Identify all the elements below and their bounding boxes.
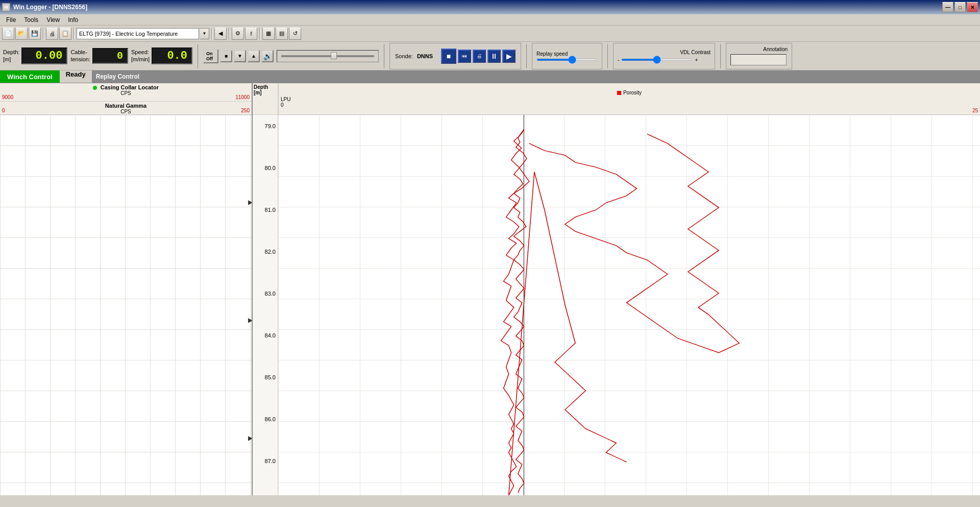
tool-dropdown[interactable]: ELTG [9739] - Electric Log Temperature [77, 28, 199, 39]
speed-thumb[interactable] [331, 52, 337, 59]
track1-unit: CPS [120, 90, 131, 96]
controls-divider-1 [198, 44, 198, 68]
arrow-marker-1: ▶ [248, 199, 252, 206]
controls-divider-2 [384, 44, 384, 68]
refresh-button[interactable]: ↺ [289, 28, 301, 40]
toolbar-separator-1 [43, 28, 44, 39]
controls-divider-4 [607, 44, 608, 68]
speed-label: Speed:[m/min] [131, 49, 150, 62]
chart-track-unit: LPU [281, 96, 290, 102]
chart-track-name: Porosity [623, 90, 642, 95]
function-button[interactable]: f [245, 28, 257, 40]
controls-row: Depth:[m] 0.00 Cable-tension: 0 Speed:[m… [0, 42, 980, 70]
up-button[interactable]: ▲ [248, 50, 260, 62]
save-button[interactable]: 💾 [29, 28, 41, 40]
controls-divider-5 [720, 44, 721, 68]
chart-area: 79.0 80.0 81.0 82.0 83.0 84.0 85.0 86.0 … [253, 115, 980, 495]
controls-divider-3 [526, 44, 527, 68]
titlebar: W Win Logger - [DNNS2656] — □ ✕ [0, 0, 980, 14]
copy-button[interactable]: 📋 [59, 28, 71, 40]
arrow-marker-3: ▶ [248, 434, 252, 442]
window-title: Win Logger - [DNNS2656] [13, 4, 87, 11]
toolbar: 📄 📂 💾 🖨 📋 ELTG [9739] - Electric Log Tem… [0, 26, 980, 42]
chart-canvas [278, 115, 980, 495]
arrow-marker-2: ▶ [248, 317, 252, 324]
status-area: Winch Control Ready Replay Control [0, 70, 980, 83]
maximize-button[interactable]: □ [954, 2, 966, 12]
winch-control-button[interactable]: Winch Control [0, 70, 60, 83]
stop-button[interactable]: ■ [441, 49, 456, 64]
right-header: Depth [m] Porosity LPU 0 25 [253, 83, 980, 115]
pause-button[interactable]: ⏸ [487, 50, 501, 63]
chart-track-max: 25 [972, 108, 978, 113]
menu-tools[interactable]: Tools [20, 15, 42, 25]
minimize-button[interactable]: — [942, 2, 953, 12]
cable-display: 0 [92, 48, 128, 64]
open-button[interactable]: 📂 [15, 28, 28, 40]
close-button[interactable]: ✕ [967, 2, 978, 12]
speed-slider-container [277, 50, 379, 62]
print-button[interactable]: 🖨 [46, 28, 58, 40]
track2-min: 0 [2, 108, 5, 113]
menubar: File Tools View Info [0, 14, 980, 26]
left-grid [0, 115, 252, 495]
depth-col-unit: [m] [254, 90, 277, 95]
depth-83: 83.0 [265, 291, 276, 297]
track1-name: Casing Collar Locator [101, 84, 159, 90]
porosity-svg [278, 115, 980, 495]
print-playback-button[interactable]: 🖨 [473, 50, 486, 63]
depth-82: 82.0 [265, 249, 276, 255]
speed-group: Speed:[m/min] 0.0 [131, 47, 192, 64]
depth-79: 79.0 [265, 123, 276, 129]
annotation-section: Annotation [726, 43, 792, 69]
new-button[interactable]: 📄 [2, 28, 14, 40]
mute-button[interactable]: 🔊 [261, 50, 274, 62]
track2-unit: CPS [120, 109, 131, 114]
replay-control-label: Replay Control [92, 70, 980, 83]
stop-motion-button[interactable]: ■ [220, 50, 232, 62]
play-button[interactable]: ▶ [502, 50, 516, 63]
left-panel: Casing Collar Locator CPS 9000 11000 Nat… [0, 83, 253, 495]
depth-scale: 79.0 80.0 81.0 82.0 83.0 84.0 85.0 86.0 … [253, 115, 278, 495]
annotation-input[interactable] [730, 54, 787, 65]
depth-label: Depth:[m] [3, 49, 19, 62]
toolbar-separator-3 [211, 28, 212, 39]
menu-view[interactable]: View [42, 15, 64, 25]
track1-max: 11000 [235, 94, 250, 100]
vdl-min-label: - [618, 57, 619, 63]
vdl-max-label: + [695, 57, 698, 63]
depth-col-label: Depth [254, 84, 277, 90]
speed-track [281, 55, 374, 57]
menu-info[interactable]: Info [64, 15, 82, 25]
speed-display: 0.0 [152, 47, 192, 64]
depth-80: 80.0 [265, 165, 276, 171]
depth-86: 86.0 [265, 416, 276, 422]
track-dot [617, 91, 621, 95]
depth-85: 85.0 [265, 374, 276, 380]
right-panel: Depth [m] Porosity LPU 0 25 [253, 83, 980, 495]
depth-84: 84.0 [265, 332, 276, 339]
replay-control-bar: Replay Control [92, 70, 980, 83]
app-icon: W [2, 3, 10, 11]
depth-display: 0.00 [21, 47, 67, 64]
first-button[interactable]: ⏮ [458, 50, 471, 63]
replay-speed-section: Replay speed [532, 43, 602, 69]
nav-back-button[interactable]: ◀ [214, 28, 227, 40]
winch-status: Ready [60, 70, 92, 83]
depth-87: 87.0 [265, 458, 276, 464]
settings-button[interactable]: ⚙ [232, 28, 244, 40]
tool-dropdown-arrow[interactable]: ▼ [200, 28, 209, 39]
sonde-label: Sonde: [395, 53, 413, 59]
left-track-area: ▶ ▶ ▶ [0, 115, 252, 495]
menu-file[interactable]: File [2, 15, 20, 25]
track1-min: 9000 [2, 94, 13, 100]
grid-button[interactable]: ▦ [262, 28, 275, 40]
sonde-section: Sonde: DNNS ■ ⏮ 🖨 ⏸ ▶ [389, 43, 521, 69]
annotation-label: Annotation [730, 46, 788, 52]
replay-speed-slider[interactable] [536, 59, 598, 61]
on-off-button[interactable]: OnOff [203, 49, 218, 63]
sonde-value: DNNS [417, 53, 433, 59]
down-button[interactable]: ▼ [234, 50, 246, 62]
grid2-button[interactable]: ▤ [276, 28, 288, 40]
vdl-slider[interactable] [621, 59, 693, 61]
